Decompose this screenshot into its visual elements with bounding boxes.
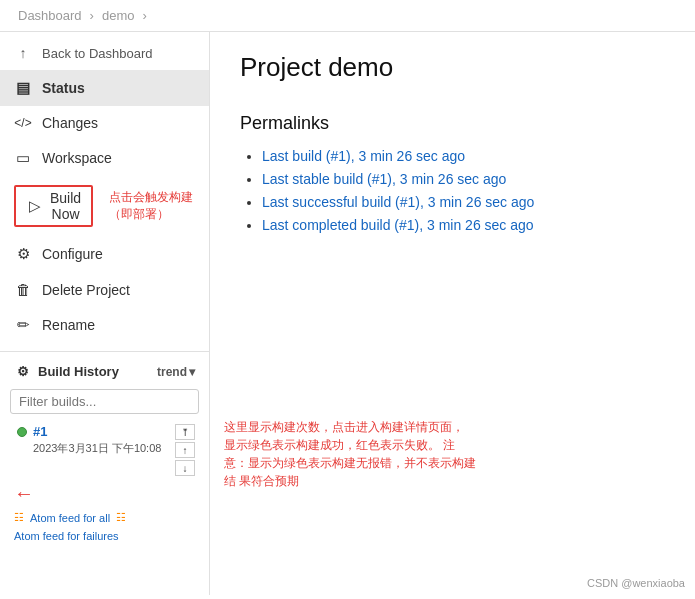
configure-icon: ⚙ — [14, 245, 32, 263]
build-status-indicator — [17, 427, 27, 437]
list-item: Last completed build (#1), 3 min 26 sec … — [262, 217, 665, 233]
sidebar: ↑ Back to Dashboard ▤ Status </> Changes… — [0, 32, 210, 595]
status-icon: ▤ — [14, 79, 32, 97]
build-history-title: Build History — [38, 364, 119, 379]
sidebar-configure-label: Configure — [42, 246, 103, 262]
back-label: Back to Dashboard — [42, 46, 153, 61]
sidebar-changes-label: Changes — [42, 115, 98, 131]
build-now-label: Build Now — [50, 190, 81, 222]
filter-builds-input[interactable] — [10, 389, 199, 414]
chevron-down-icon: ▾ — [189, 365, 195, 379]
build-controls: ⤒ ↑ ↓ — [175, 424, 195, 476]
last-stable-build-link[interactable]: Last stable build (#1), 3 min 26 sec ago — [262, 171, 506, 187]
breadcrumb-demo[interactable]: demo — [102, 8, 135, 23]
sidebar-rename-label: Rename — [42, 317, 95, 333]
build-history-section: ⚙ Build History trend ▾ #1 2023年3月31日 下午… — [0, 351, 209, 548]
main-content: Project demo Permalinks Last build (#1),… — [210, 32, 695, 595]
atom-failures-link[interactable]: Atom feed for failures — [14, 530, 119, 542]
build-now-button[interactable]: ▷ Build Now — [14, 185, 93, 227]
play-icon: ▷ — [26, 197, 44, 215]
build-history-header: ⚙ Build History trend ▾ — [0, 358, 209, 385]
permalinks-title: Permalinks — [240, 113, 665, 134]
watermark: CSDN @wenxiaoba — [587, 577, 685, 589]
sidebar-item-workspace[interactable]: ▭ Workspace — [0, 140, 209, 176]
sidebar-item-delete-project[interactable]: 🗑 Delete Project — [0, 272, 209, 307]
build-history-annotation: 这里显示构建次数，点击进入构建详情页面， 显示绿色表示构建成功，红色表示失败。 … — [224, 418, 479, 490]
atom-icon-all: ☷ — [14, 511, 24, 524]
build-entry: #1 2023年3月31日 下午10:08 ⤒ ↑ ↓ 这里显示构建次数，点击进… — [0, 418, 209, 482]
last-successful-build-link[interactable]: Last successful build (#1), 3 min 26 sec… — [262, 194, 534, 210]
sidebar-workspace-label: Workspace — [42, 150, 112, 166]
sidebar-item-build-now[interactable]: ▷ Build Now 点击会触发构建（即部署） — [0, 176, 209, 236]
list-item: Last build (#1), 3 min 26 sec ago — [262, 148, 665, 164]
breadcrumb-sep1: › — [90, 8, 94, 23]
build-date: 2023年3月31日 下午10:08 — [33, 441, 169, 456]
sidebar-item-status[interactable]: ▤ Status — [0, 70, 209, 106]
atom-icon-failures: ☷ — [116, 511, 126, 524]
build-info: #1 2023年3月31日 下午10:08 — [33, 424, 169, 456]
sidebar-item-configure[interactable]: ⚙ Configure — [0, 236, 209, 272]
sidebar-delete-label: Delete Project — [42, 282, 130, 298]
permalinks-list: Last build (#1), 3 min 26 sec ago Last s… — [240, 148, 665, 233]
sidebar-status-label: Status — [42, 80, 85, 96]
workspace-icon: ▭ — [14, 149, 32, 167]
trend-label: trend — [157, 365, 187, 379]
sidebar-item-rename[interactable]: ✏ Rename — [0, 307, 209, 343]
atom-feeds: ☷ Atom feed for all ☷ Atom feed for fail… — [0, 505, 209, 548]
list-item: Last successful build (#1), 3 min 26 sec… — [262, 194, 665, 210]
last-completed-build-link[interactable]: Last completed build (#1), 3 min 26 sec … — [262, 217, 534, 233]
sidebar-back-button[interactable]: ↑ Back to Dashboard — [0, 36, 209, 70]
trash-icon: 🗑 — [14, 281, 32, 298]
trend-dropdown[interactable]: trend ▾ — [157, 365, 195, 379]
list-item: Last stable build (#1), 3 min 26 sec ago — [262, 171, 665, 187]
breadcrumb-dashboard[interactable]: Dashboard — [18, 8, 82, 23]
last-build-link[interactable]: Last build (#1), 3 min 26 sec ago — [262, 148, 465, 164]
breadcrumb: Dashboard › demo › — [0, 0, 695, 32]
arrow-annotation: ← — [0, 482, 209, 505]
up-arrow-icon: ↑ — [14, 45, 32, 61]
build-number-link[interactable]: #1 — [33, 424, 169, 439]
atom-all-link[interactable]: Atom feed for all — [30, 512, 110, 524]
build-top-button[interactable]: ⤒ — [175, 424, 195, 440]
build-up-button[interactable]: ↑ — [175, 442, 195, 458]
changes-icon: </> — [14, 116, 32, 130]
build-now-annotation: 点击会触发构建（即部署） — [109, 189, 195, 223]
build-history-icon: ⚙ — [14, 364, 32, 379]
page-title: Project demo — [240, 52, 665, 83]
rename-icon: ✏ — [14, 316, 32, 334]
sidebar-item-changes[interactable]: </> Changes — [0, 106, 209, 140]
breadcrumb-sep2: › — [142, 8, 146, 23]
build-down-button[interactable]: ↓ — [175, 460, 195, 476]
